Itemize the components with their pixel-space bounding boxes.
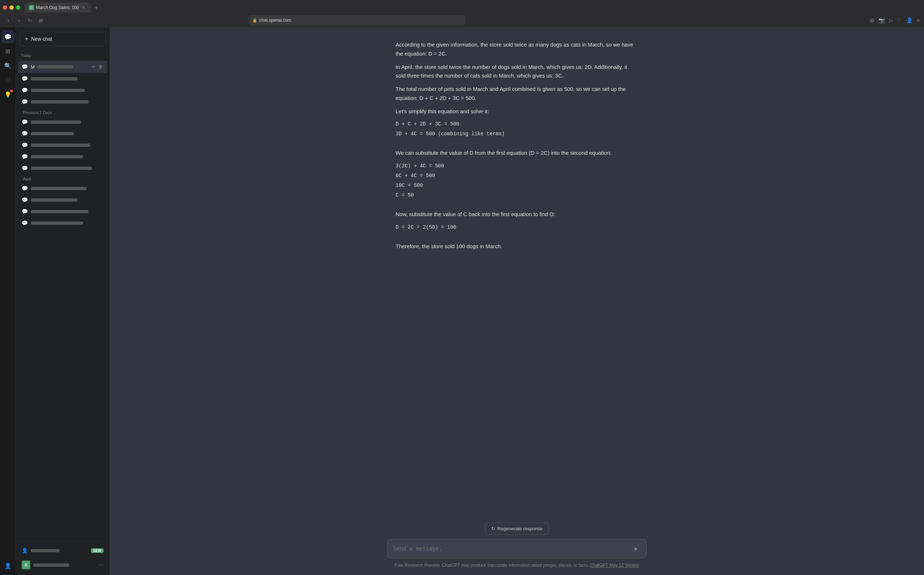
nav-rail-home-icon[interactable]: ⊞ xyxy=(2,45,14,58)
nav-rail: 💬 ⊞ 🔍 ♡ 💡 👤 xyxy=(0,27,16,575)
equation-3: 3(2C) + 4C = 500 xyxy=(396,162,638,170)
extensions-icon[interactable]: ⊞ xyxy=(870,17,874,23)
chat-item-text xyxy=(31,76,103,81)
msg-para-3: The total number of pets sold in March a… xyxy=(396,85,638,103)
april-section-label: April xyxy=(18,174,107,183)
app-layout: 💬 ⊞ 🔍 ♡ 💡 👤 + New chat Today 💬 M xyxy=(0,27,924,575)
bookmark-icon[interactable]: ♡ xyxy=(897,17,902,23)
previous-section-label: Previous 7 Days xyxy=(18,108,107,116)
chat-item-icon: 💬 xyxy=(22,154,28,159)
chat-item-icon: 💬 xyxy=(22,130,28,137)
delete-chat-icon[interactable]: 🗑 xyxy=(98,64,103,70)
chat-item-prev-4[interactable]: 💬 xyxy=(18,151,107,162)
reload-button[interactable]: ↻ xyxy=(26,16,34,24)
chat-item-april-1[interactable]: 💬 xyxy=(18,183,107,194)
nav-rail-search-icon[interactable]: 🔍 xyxy=(2,59,14,72)
tab-favicon: G xyxy=(29,5,34,10)
chat-item-icon: 💬 xyxy=(22,220,28,226)
traffic-lights xyxy=(3,5,20,10)
message-input[interactable] xyxy=(393,545,628,552)
grid-button[interactable]: ⊞ xyxy=(37,16,45,24)
tab-close-button[interactable]: ✕ xyxy=(81,5,86,10)
address-bar-row: ‹ › ↻ ⊞ 🔒 chat.openai.com ⊞ 📷 ▷ ♡ 👤 ≡ xyxy=(0,13,924,27)
chat-item-icon: 💬 xyxy=(22,142,28,148)
new-tab-button[interactable]: + xyxy=(92,3,101,12)
nav-rail-heart-icon[interactable]: ♡ xyxy=(2,74,14,87)
camera-icon[interactable]: 📷 xyxy=(878,17,885,23)
chat-item-icon: 💬 xyxy=(22,186,28,191)
sidebar-user-item[interactable]: A ··· xyxy=(18,558,107,572)
disclaimer-link[interactable]: ChatGPT May 12 Version xyxy=(590,563,639,568)
cast-icon[interactable]: ▷ xyxy=(889,17,893,23)
chat-item-bar xyxy=(31,187,87,190)
equation-4: 6C + 4C = 500 xyxy=(396,172,638,180)
browser-tab[interactable]: G March Dog Sales: 100 ✕ xyxy=(25,3,91,13)
chat-item-april-4[interactable]: 💬 xyxy=(18,217,107,229)
minimize-window-button[interactable] xyxy=(10,5,14,10)
chat-item-text-active: M xyxy=(31,64,88,70)
regenerate-label: Regenerate response xyxy=(497,526,542,531)
chat-item-bar xyxy=(31,89,85,92)
chat-item-text xyxy=(31,186,103,191)
messages-area: According to the given information, the … xyxy=(110,27,924,518)
chat-item-icon: 💬 xyxy=(22,87,28,93)
profile-icon[interactable]: 👤 xyxy=(907,17,913,23)
chat-item-april-2[interactable]: 💬 xyxy=(18,194,107,206)
user-menu-dots[interactable]: ··· xyxy=(99,562,103,568)
chat-item-prev-5[interactable]: 💬 xyxy=(18,162,107,174)
chat-item-april-3[interactable]: 💬 xyxy=(18,206,107,217)
sidebar-bottom: 👤 NEW A ··· xyxy=(16,542,109,575)
sidebar-header: + New chat xyxy=(16,27,109,51)
equation-7: D = 2C = 2(50) = 100 xyxy=(396,223,638,232)
chat-item-bar xyxy=(31,221,83,225)
equation-6: C = 50 xyxy=(396,191,638,200)
chat-item-today-2[interactable]: 💬 xyxy=(18,84,107,96)
sidebar-upgrade-item[interactable]: 👤 NEW xyxy=(18,545,107,556)
sidebar: + New chat Today 💬 M ✏ 🗑 💬 xyxy=(16,27,110,575)
chat-item-prev-3[interactable]: 💬 xyxy=(18,139,107,151)
chat-item-text xyxy=(31,154,103,159)
menu-icon[interactable]: ≡ xyxy=(917,17,920,23)
chat-item-prev-2[interactable]: 💬 xyxy=(18,128,107,139)
fullscreen-window-button[interactable] xyxy=(16,5,20,10)
chat-item-active[interactable]: 💬 M ✏ 🗑 xyxy=(18,60,107,73)
chat-item-text xyxy=(31,209,103,214)
nav-rail-user-icon[interactable]: 👤 xyxy=(2,559,14,572)
lock-icon: 🔒 xyxy=(252,18,258,23)
chat-item-bar xyxy=(31,77,78,81)
send-button[interactable]: ➤ xyxy=(631,543,641,554)
chat-item-prev-1[interactable]: 💬 xyxy=(18,116,107,128)
back-button[interactable]: ‹ xyxy=(4,16,12,24)
new-chat-button[interactable]: + New chat xyxy=(19,32,106,46)
edit-chat-icon[interactable]: ✏ xyxy=(91,64,96,70)
equation-5: 10C = 500 xyxy=(396,181,638,190)
chat-item-text xyxy=(31,87,103,93)
username-text xyxy=(33,562,96,568)
nav-rail-chat-icon[interactable]: 💬 xyxy=(2,30,14,43)
regenerate-icon: ↻ xyxy=(491,526,495,531)
msg-para-1: According to the given information, the … xyxy=(396,40,638,59)
active-chat-initial: M xyxy=(31,64,35,70)
chat-item-today-1[interactable]: 💬 xyxy=(18,73,107,84)
close-window-button[interactable] xyxy=(3,5,7,10)
address-bar[interactable]: 🔒 chat.openai.com xyxy=(249,15,465,25)
chat-item-today-3[interactable]: 💬 xyxy=(18,96,107,108)
user-bar xyxy=(31,549,60,552)
tab-bar: G March Dog Sales: 100 ✕ + xyxy=(0,0,924,13)
chat-footer: ↻ Regenerate response ➤ Free Research Pr… xyxy=(110,518,924,575)
chat-item-icon: 💬 xyxy=(22,208,28,214)
forward-button[interactable]: › xyxy=(15,16,23,24)
assistant-message: According to the given information, the … xyxy=(387,36,647,255)
equation-1: D + C + 2D + 3C = 500 xyxy=(396,120,638,129)
disclaimer-text: Free Research Preview. ChatGPT may produ… xyxy=(394,563,639,568)
new-badge: NEW xyxy=(91,548,103,553)
chat-item-text xyxy=(31,119,103,125)
chat-item-text xyxy=(31,131,103,137)
message-input-container: ➤ xyxy=(387,539,647,558)
msg-para-2: In April, the store sold twice the numbe… xyxy=(396,63,638,81)
chat-item-icon: 💬 xyxy=(22,76,28,81)
chat-list: 💬 M ✏ 🗑 💬 💬 xyxy=(16,59,109,542)
regenerate-button[interactable]: ↻ Regenerate response xyxy=(485,523,549,535)
nav-rail-bulb-icon[interactable]: 💡 xyxy=(2,88,14,101)
chat-item-bar xyxy=(31,167,92,170)
